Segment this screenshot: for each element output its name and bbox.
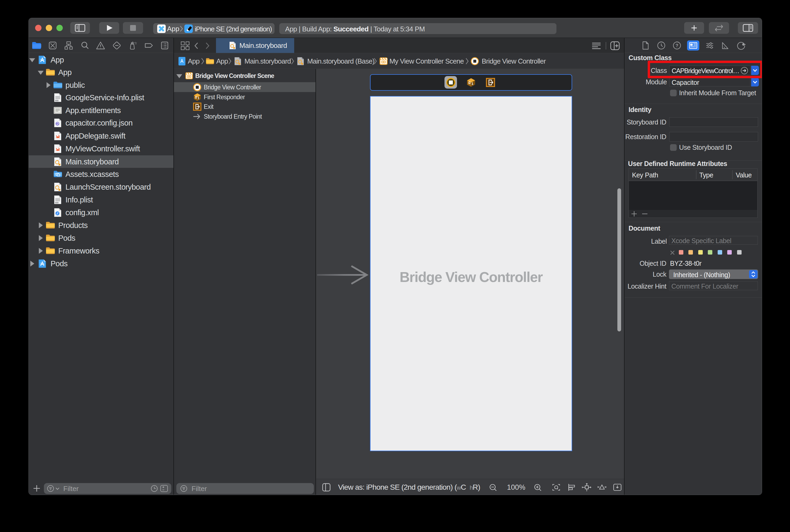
svg-text:?: ? bbox=[676, 43, 678, 48]
svg-text:1: 1 bbox=[198, 96, 199, 100]
svg-text:1: 1 bbox=[471, 82, 474, 86]
